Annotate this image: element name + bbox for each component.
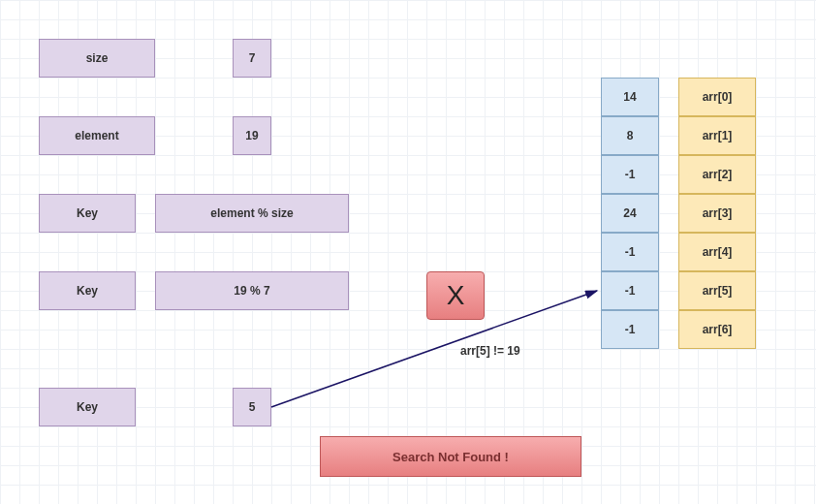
array-cell: 24 [601,194,659,233]
array-label: arr[0] [678,78,756,116]
key1-label: Key [39,194,136,233]
array-label: arr[6] [678,310,756,349]
array-label: arr[3] [678,194,756,233]
array-label: arr[4] [678,233,756,271]
x-mark-icon: X [426,271,485,320]
array-label: arr[5] [678,271,756,310]
key1-value: element % size [155,194,349,233]
array-cell: 14 [601,78,659,116]
array-label: arr[2] [678,155,756,194]
key2-label: Key [39,271,136,310]
element-label: element [39,116,155,155]
size-value: 7 [233,39,271,78]
array-label: arr[1] [678,116,756,155]
element-value: 19 [233,116,271,155]
arrow-annotation: arr[5] != 19 [460,344,520,358]
key2-value: 19 % 7 [155,271,349,310]
key3-value: 5 [233,388,271,426]
key3-label: Key [39,388,136,426]
size-label: size [39,39,155,78]
result-banner: Search Not Found ! [320,436,581,477]
array-cell: -1 [601,271,659,310]
array-cell: 8 [601,116,659,155]
array-cell: -1 [601,233,659,271]
array-cell: -1 [601,155,659,194]
array-cell: -1 [601,310,659,349]
